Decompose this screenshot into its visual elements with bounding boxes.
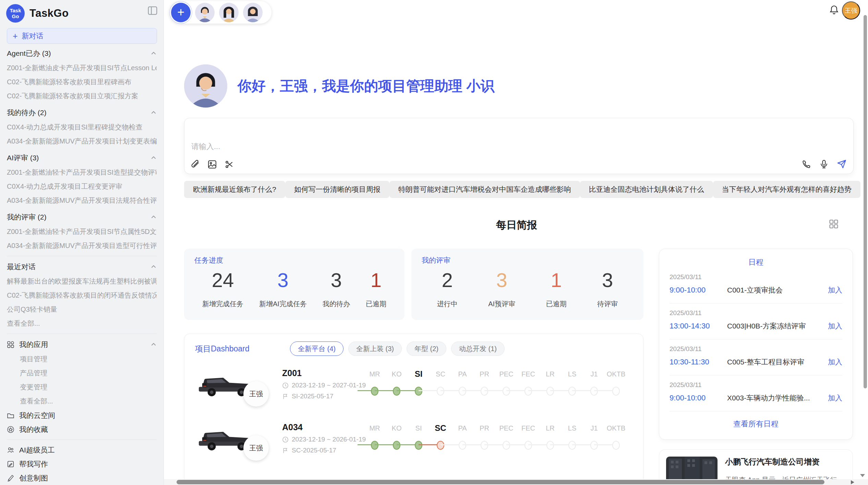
sidebar-item[interactable]: 解释最新出台的欧盟报废车法规再生塑料比例被调至15%...	[7, 274, 157, 288]
sidebar-item-change-mgmt[interactable]: 变更管理	[7, 380, 157, 394]
agent-avatar-1[interactable]	[195, 3, 215, 22]
milestone-dot	[393, 387, 400, 396]
sidebar-item-favorites[interactable]: 我的收藏	[7, 422, 157, 436]
section-header-ai-review[interactable]: AI评审 (3)	[7, 150, 157, 165]
horizontal-scrollbar-thumb[interactable]	[177, 480, 824, 484]
tab-powertrain-dev[interactable]: 动总开发 (1)	[451, 341, 505, 356]
suggestion-chip[interactable]: 比亚迪全固态电池计划具体说了什么	[580, 181, 713, 198]
sidebar-item-help-me-write[interactable]: 帮我写作	[7, 457, 157, 471]
milestone-dot	[415, 387, 422, 396]
milestone: OKTB	[605, 368, 627, 397]
new-chat-button[interactable]: + 新对话	[7, 28, 157, 44]
sidebar-item[interactable]: A034-全新新能源MUV产品开发项目法规符合性评审	[7, 194, 157, 208]
scroll-right-arrow-icon[interactable]	[851, 480, 854, 484]
milestone-dot	[503, 387, 510, 396]
image-icon[interactable]	[208, 160, 217, 169]
pen-icon	[7, 474, 14, 482]
sidebar-item-product-mgmt[interactable]: 产品管理	[7, 366, 157, 380]
milestone: PA	[451, 422, 473, 451]
sidebar-item[interactable]: C02-飞腾新能源轻客改款项目立项汇报方案	[7, 89, 157, 103]
section-header-agent-done[interactable]: Agent已办 (3)	[7, 46, 157, 61]
milestone-dot	[612, 387, 620, 396]
dashboard-tabs: 全新平台 (4) 全新上装 (3) 年型 (2) 动总开发 (1)	[290, 341, 505, 356]
tab-all-new-body[interactable]: 全新上装 (3)	[348, 341, 402, 356]
suggestion-chip[interactable]: 如何写一份清晰的项目周报	[285, 181, 389, 198]
section-header-my-apps[interactable]: 我的应用	[7, 337, 157, 352]
sidebar-item-creative-drawing[interactable]: 创意制图	[7, 471, 157, 485]
layout-grid-icon[interactable]	[829, 219, 839, 229]
milestone-label: OKTB	[605, 368, 627, 380]
sidebar-item-cloud-space[interactable]: 我的云空间	[7, 408, 157, 422]
sidebar-item[interactable]: Z001-全新燃油轻卡产品开发项目SI造型提交物评审	[7, 165, 157, 179]
join-link[interactable]: 加入	[828, 285, 842, 295]
sidebar-item[interactable]: 公司Q3轻卡销量	[7, 302, 157, 316]
join-link[interactable]: 加入	[828, 357, 842, 367]
section-header-recent-chats[interactable]: 最近对话	[7, 259, 157, 274]
chevron-up-icon	[150, 264, 157, 270]
milestone-dot	[525, 441, 532, 450]
agent-avatar-2[interactable]	[219, 3, 239, 22]
milestone-dot	[525, 387, 532, 396]
send-icon[interactable]	[837, 159, 846, 169]
stat-ai-prereview: 3 AI预评审	[488, 267, 515, 309]
milestone-label: MR	[364, 368, 386, 380]
scroll-down-arrow-icon[interactable]	[860, 474, 865, 477]
microphone-icon[interactable]	[819, 160, 829, 169]
sidebar-item[interactable]: C02-飞腾新能源轻客改款项目的闭环通告反馈情况	[7, 288, 157, 302]
clock-icon	[282, 436, 289, 443]
milestone-dot	[415, 441, 422, 450]
tab-model-year[interactable]: 年型 (2)	[407, 341, 446, 356]
milestone-dot	[612, 441, 620, 450]
project-dates: 2023-12-19 ~ 2027-01-19	[282, 380, 366, 391]
milestone-dot	[371, 387, 378, 396]
sidebar-item[interactable]: C0X4-动力总成开发项目工程变更评审	[7, 179, 157, 194]
suggestion-chip[interactable]: 当下年轻人对汽车外观有怎样的喜好趋势	[713, 181, 860, 198]
suggestion-chip[interactable]: 欧洲新规最近颁布了什么?	[184, 181, 285, 198]
stat-overdue: 1 已逾期	[366, 267, 386, 309]
attachment-icon[interactable]	[191, 160, 200, 169]
greeting: 你好，王强，我是你的项目管理助理 小识	[184, 64, 494, 108]
schedule-card: 日程 2025/03/11 9:00-10:00 C001-立项审批会 加入 2…	[659, 249, 853, 440]
milestone: PR	[473, 422, 495, 451]
sidebar-item[interactable]: C02-飞腾新能源轻客改款项目里程碑画布	[7, 75, 157, 89]
apps-grid-icon	[7, 341, 14, 348]
news-title: 小鹏飞行汽车制造公司增资	[725, 457, 846, 467]
scissors-icon[interactable]	[225, 160, 234, 169]
milestone: J1	[583, 422, 605, 451]
sidebar-item-ai-super-staff[interactable]: AI超级员工	[7, 443, 157, 457]
stat-pending-review: 3 待评审	[597, 267, 618, 309]
milestone-label: PR	[473, 368, 495, 380]
sidebar-item-view-all-apps[interactable]: 查看全部...	[7, 394, 157, 408]
dashboard-title: 项目Dashboard	[195, 344, 250, 354]
milestone-dot	[590, 441, 598, 450]
sidebar-item-project-mgmt[interactable]: 项目管理	[7, 352, 157, 366]
sidebar-item[interactable]: A034-全新新能源MUV产品开发项目造型可行性评审	[7, 239, 157, 253]
tab-all-new-platform[interactable]: 全新平台 (4)	[290, 341, 343, 356]
sidebar-item[interactable]: A034-全新新能源MUV产品开发项目计划变更表编写	[7, 134, 157, 148]
phone-icon[interactable]	[802, 160, 811, 169]
owner-avatar: 王强	[243, 435, 269, 461]
notification-bell-icon[interactable]	[829, 4, 839, 15]
add-agent-button[interactable]: +	[171, 3, 191, 22]
sidebar-item[interactable]: Z001-全新燃油皮卡产品开发项目SI节点Lesson Learn报告	[7, 61, 157, 75]
divider	[7, 439, 157, 440]
project-row-z001[interactable]: 王强 Z001 2023-12-19 ~ 2027-01-19 SI-2025-…	[184, 363, 643, 418]
section-header-my-review[interactable]: 我的评审 (2)	[7, 210, 157, 225]
join-link[interactable]: 加入	[828, 321, 842, 331]
section-header-my-todo[interactable]: 我的待办 (2)	[7, 105, 157, 120]
project-row-a034[interactable]: 王强 A034 2023-12-19 ~ 2026-01-19 SC-2025-…	[184, 418, 643, 472]
sidebar-item-view-all[interactable]: 查看全部...	[7, 316, 157, 331]
suggestion-chip[interactable]: 特朗普可能对进口汽车增税会对中国车企造成哪些影响	[389, 181, 580, 198]
sidebar-item[interactable]: Z001-全新燃油轻卡产品开发项目SI节点属性5D文件评审	[7, 225, 157, 239]
join-link[interactable]: 加入	[828, 393, 842, 403]
view-all-schedule-link[interactable]: 查看所有日程	[670, 419, 842, 429]
vertical-scrollbar-thumb[interactable]	[864, 15, 867, 388]
sidebar-body: Agent已办 (3) Z001-全新燃油皮卡产品开发项目SI节点Lesson …	[0, 46, 164, 485]
user-avatar[interactable]: 王强	[842, 1, 860, 20]
milestone-timeline: MRKOSISCPAPRPECFECLRLSJ1OKTB	[364, 368, 627, 397]
sidebar-collapse-icon[interactable]	[148, 6, 157, 15]
composer-input[interactable]: 请输入...	[191, 141, 220, 152]
milestone: KO	[386, 422, 408, 451]
agent-avatar-3[interactable]	[243, 3, 263, 22]
sidebar-item[interactable]: C0X4-动力总成开发项目SI里程碑提交物检查	[7, 120, 157, 134]
